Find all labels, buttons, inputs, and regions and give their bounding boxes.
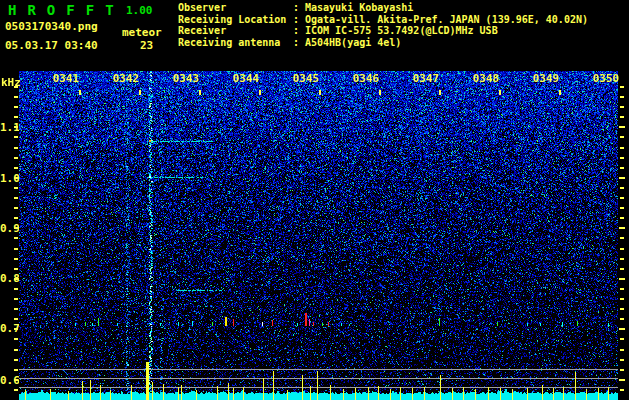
freq-tick-left (14, 207, 18, 209)
freq-tick-right (620, 136, 624, 138)
freq-label-0-9: 0.9 (0, 222, 13, 235)
info-colon: : (293, 25, 305, 37)
info-value: Masayuki Kobayashi (305, 2, 413, 14)
freq-tick-right (620, 308, 624, 310)
freq-tick-right (620, 197, 624, 199)
freq-tick-right (620, 217, 624, 219)
meteor-count: 23 (140, 39, 153, 52)
info-row-receiver: Receiver:ICOM IC-575 53.7492(@LCD)MHz US… (178, 25, 588, 37)
info-colon: : (293, 14, 305, 26)
freq-tick-left (14, 298, 18, 300)
time-label-0349: 0349 (532, 72, 560, 85)
freq-tick-left (14, 177, 18, 179)
freq-tick-right (620, 318, 624, 320)
freq-tick-left (14, 197, 18, 199)
freq-tick-left (14, 359, 18, 361)
freq-label-1-1: 1.1 (0, 121, 13, 134)
freq-tick-left (14, 258, 18, 260)
freq-tick-right (619, 379, 625, 381)
info-row-observer: Observer:Masayuki Kobayashi (178, 2, 588, 14)
spectrogram-canvas (19, 71, 618, 400)
freq-tick-left (14, 369, 18, 371)
freq-tick-left (14, 217, 18, 219)
freq-axis-unit: kHz (1, 76, 21, 89)
freq-tick-right (620, 248, 624, 250)
freq-tick-left (14, 338, 18, 340)
freq-tick-left (14, 106, 18, 108)
freq-label-0-6: 0.6 (0, 374, 13, 387)
time-label-0341: 0341 (52, 72, 80, 85)
freq-tick-left (14, 248, 18, 250)
freq-tick-right (620, 106, 624, 108)
info-label: Receiver (178, 25, 293, 37)
hrofft-output-image: HROFFT 1.00 0503170340.png meteor 05.03.… (0, 0, 629, 400)
app-version: 1.00 (126, 4, 153, 17)
info-value: Ogata-vill. Akita-Pref. JAPAN (139.96E, … (305, 14, 588, 26)
freq-tick-left (14, 268, 18, 270)
freq-tick-left (14, 288, 18, 290)
freq-tick-left (14, 379, 18, 381)
freq-tick-left (14, 147, 18, 149)
freq-tick-left (14, 126, 18, 128)
time-label-0348: 0348 (472, 72, 500, 85)
info-label: Receiving Location (178, 14, 293, 26)
freq-tick-right (620, 96, 624, 98)
freq-label-0-7: 0.7 (0, 322, 13, 335)
info-row-location: Receiving Location:Ogata-vill. Akita-Pre… (178, 14, 588, 26)
output-filename: 0503170340.png (5, 20, 98, 33)
time-label-0342: 0342 (112, 72, 140, 85)
freq-tick-right (620, 268, 624, 270)
freq-tick-left (14, 136, 18, 138)
freq-tick-left (14, 227, 18, 229)
freq-tick-right (620, 157, 624, 159)
time-label-0347: 0347 (412, 72, 440, 85)
info-label: Observer (178, 2, 293, 14)
freq-tick-left (14, 157, 18, 159)
time-label-0345: 0345 (292, 72, 320, 85)
freq-tick-right (620, 369, 624, 371)
freq-tick-right (620, 288, 624, 290)
freq-tick-right (620, 207, 624, 209)
freq-tick-left (14, 96, 18, 98)
freq-tick-right (620, 167, 624, 169)
freq-tick-right (620, 389, 624, 391)
freq-tick-left (14, 116, 18, 118)
freq-tick-right (619, 126, 625, 128)
freq-tick-right (620, 349, 624, 351)
freq-tick-right (620, 359, 624, 361)
freq-tick-right (620, 187, 624, 189)
time-label-0344: 0344 (232, 72, 260, 85)
freq-tick-left (14, 187, 18, 189)
info-colon: : (293, 2, 305, 14)
freq-tick-right (620, 338, 624, 340)
app-title: HROFFT (8, 2, 125, 18)
info-value: A504HB(yagi 4el) (305, 37, 401, 49)
mode-label: meteor (122, 26, 162, 39)
time-label-0343: 0343 (172, 72, 200, 85)
freq-tick-left (14, 308, 18, 310)
info-label: Receiving antenna (178, 37, 293, 49)
station-info: Observer:Masayuki Kobayashi Receiving Lo… (178, 2, 588, 48)
time-label-0350: 0350 (592, 72, 620, 85)
info-row-antenna: Receiving antenna:A504HB(yagi 4el) (178, 37, 588, 49)
freq-label-0-8: 0.8 (0, 272, 13, 285)
freq-tick-right (620, 258, 624, 260)
info-value: ICOM IC-575 53.7492(@LCD)MHz USB (305, 25, 498, 37)
freq-tick-right (620, 116, 624, 118)
freq-tick-left (14, 167, 18, 169)
freq-tick-left (14, 328, 18, 330)
freq-tick-right (620, 298, 624, 300)
freq-tick-right (620, 86, 624, 88)
freq-tick-right (619, 328, 625, 330)
time-label-0346: 0346 (352, 72, 380, 85)
freq-tick-right (620, 147, 624, 149)
freq-tick-right (619, 227, 625, 229)
freq-tick-left (14, 278, 18, 280)
freq-tick-right (620, 237, 624, 239)
freq-tick-right (619, 278, 625, 280)
freq-tick-left (14, 349, 18, 351)
freq-tick-left (14, 389, 18, 391)
freq-tick-left (14, 318, 18, 320)
datetime-label: 05.03.17 03:40 (5, 39, 98, 52)
freq-tick-right (619, 177, 625, 179)
